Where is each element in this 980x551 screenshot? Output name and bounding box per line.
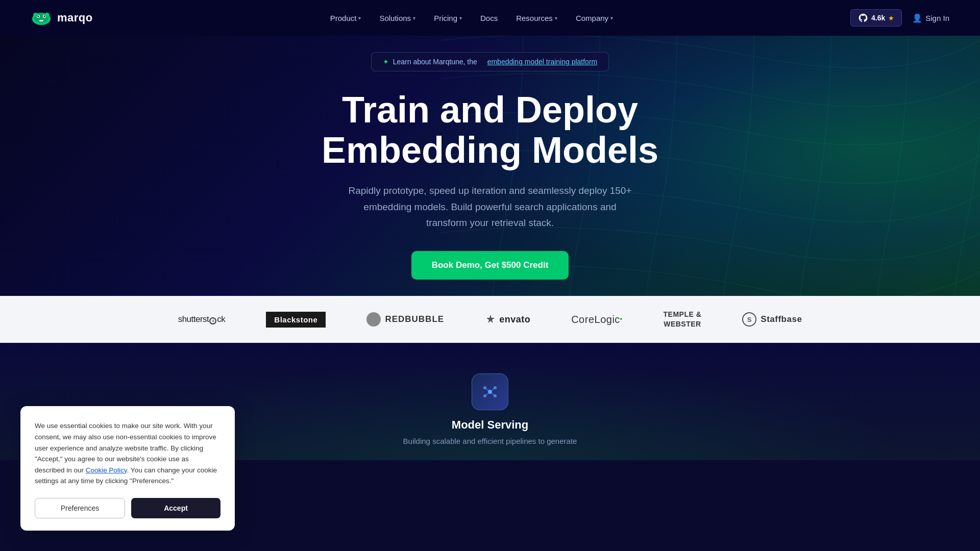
svg-point-7 <box>33 13 38 17</box>
envato-icon <box>485 314 496 325</box>
signin-label: Sign In <box>925 14 949 22</box>
logo-temple-webster: TEMPLE & WEBSTER <box>664 310 702 329</box>
nav-pricing[interactable]: Pricing ▾ <box>434 14 462 22</box>
signin-button[interactable]: 👤 Sign In <box>912 13 949 23</box>
cookie-preferences-inline-link[interactable]: Preferences <box>132 477 169 485</box>
svg-rect-6 <box>39 20 43 21</box>
star-count: 4.6k <box>871 14 885 22</box>
svg-line-17 <box>485 392 490 396</box>
chevron-down-icon: ▾ <box>413 15 415 21</box>
cookie-policy-link[interactable]: Cookie Policy <box>86 466 127 474</box>
navbar: marqo Product ▾ Solutions ▾ Pricing ▾ Do… <box>0 0 980 36</box>
github-icon <box>858 13 868 23</box>
logo[interactable]: marqo <box>31 10 93 26</box>
hero-title-line1: Train and Deploy <box>342 89 638 130</box>
model-serving-svg <box>481 383 499 401</box>
nav-product[interactable]: Product ▾ <box>330 14 361 22</box>
logo-staffbase: S Staffbase <box>742 310 802 329</box>
svg-line-18 <box>490 392 495 396</box>
hero-banner[interactable]: ✦ Learn about Marqtune, the embedding mo… <box>371 52 609 71</box>
cookie-buttons: Preferences Accept <box>35 498 220 518</box>
svg-line-16 <box>490 388 495 392</box>
hero-subtitle: Rapidly prototype, speed up iteration an… <box>347 183 633 231</box>
nav-company[interactable]: Company ▾ <box>576 14 613 22</box>
star-icon: ★ <box>888 14 894 22</box>
svg-point-8 <box>44 13 50 17</box>
banner-text: Learn about Marqtune, the <box>393 58 477 66</box>
cookie-text-end: ." <box>169 477 174 485</box>
hero-title: Train and Deploy Embedding Models <box>322 90 658 170</box>
chevron-down-icon: ▾ <box>358 15 361 21</box>
model-serving-title: Model Serving <box>452 418 528 432</box>
logo-blackstone: Blackstone <box>266 310 326 329</box>
nav-menu: Product ▾ Solutions ▾ Pricing ▾ Docs Res… <box>330 14 613 22</box>
logos-strip: shutterstöck Blackstone REDBUBBLE envato… <box>0 296 980 343</box>
svg-line-15 <box>485 388 490 392</box>
github-stars-badge[interactable]: 4.6k ★ <box>850 9 902 27</box>
model-serving-desc: Building scalable and efficient pipeline… <box>403 436 577 447</box>
accept-button[interactable]: Accept <box>131 498 220 518</box>
logo-redbubble: REDBUBBLE <box>366 310 444 329</box>
logo-icon <box>31 10 52 26</box>
logo-envato: envato <box>485 310 530 329</box>
chevron-down-icon: ▾ <box>555 15 557 21</box>
chevron-down-icon: ▾ <box>610 15 613 21</box>
logo-text: marqo <box>57 11 93 24</box>
navbar-right: 4.6k ★ 👤 Sign In <box>850 9 949 27</box>
logo-shutterstock: shutterstöck <box>178 310 226 329</box>
chevron-down-icon: ▾ <box>459 15 462 21</box>
nav-solutions[interactable]: Solutions ▾ <box>379 14 415 22</box>
logo-corelogic: CoreLogic• <box>571 310 622 329</box>
hero-title-line2: Embedding Models <box>322 130 658 170</box>
banner-star-icon: ✦ <box>383 58 389 66</box>
cookie-text: We use essential cookies to make our sit… <box>35 420 220 487</box>
banner-link[interactable]: embedding model training platform <box>487 58 598 66</box>
nav-docs[interactable]: Docs <box>480 14 498 22</box>
user-icon: 👤 <box>912 13 922 23</box>
cookie-consent-dialog: We use essential cookies to make our sit… <box>20 406 235 531</box>
model-serving-icon <box>472 373 508 410</box>
hero-section: .mesh-line { stroke: rgba(0,220,130,0.3)… <box>0 0 980 296</box>
preferences-button[interactable]: Preferences <box>35 498 125 518</box>
hero-cta-button[interactable]: Book Demo, Get $500 Credit <box>411 251 569 280</box>
svg-marker-9 <box>486 315 495 323</box>
nav-resources[interactable]: Resources ▾ <box>516 14 557 22</box>
